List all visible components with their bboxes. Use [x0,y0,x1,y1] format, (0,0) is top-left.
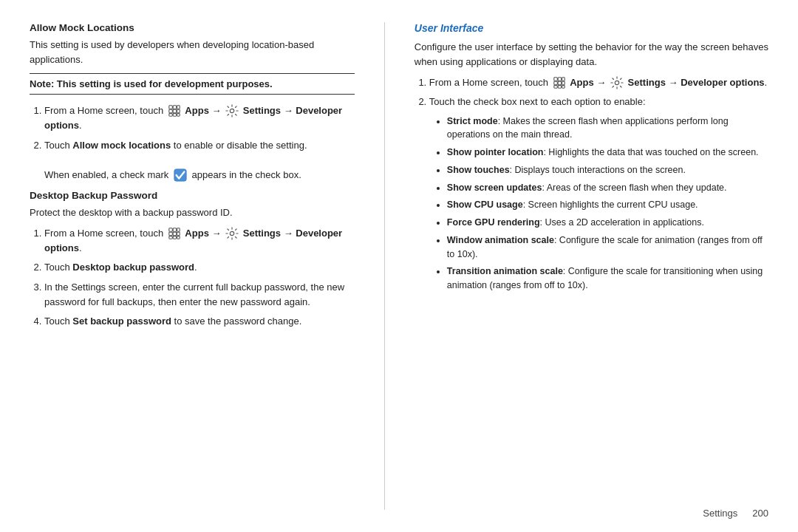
footer: Settings 200 [703,508,768,519]
svg-rect-28 [558,85,562,88]
svg-point-30 [615,81,618,84]
desktop-backup-description: Protect the desktop with a backup passwo… [30,205,355,220]
apps-icon [168,104,181,117]
bullet-show-touches: Show touches: Displays touch interaction… [447,163,768,177]
svg-rect-21 [553,78,557,81]
transition-animation-bold: Transition animation scale [447,266,563,276]
apps-icon-2 [168,227,181,240]
allow-mock-section: Allow Mock Locations This setting is use… [30,22,355,183]
show-screen-updates-bold: Show screen updates [447,183,542,193]
svg-point-9 [230,109,233,112]
allow-mock-steps: From a Home screen, touch Apps [44,103,355,183]
svg-rect-4 [173,109,177,113]
svg-rect-23 [562,78,565,81]
force-gpu-bold: Force GPU rendering [447,217,540,228]
page-container: Allow Mock Locations This setting is use… [0,0,798,532]
user-interface-section: User Interface Configure the user interf… [415,22,768,293]
bullet-strict-mode: Strict mode: Makes the screen flash when… [447,115,768,143]
set-backup-bold: Set backup password [72,316,171,327]
svg-point-20 [230,231,233,235]
desktop-backup-step-4: Touch Set backup password to save the pa… [44,314,355,329]
allow-mock-step-2: Touch Allow mock locations to enable or … [44,138,355,183]
svg-rect-0 [169,106,173,109]
apps-label-2: Apps [185,228,209,239]
svg-rect-17 [169,236,173,239]
ui-step-1: From a Home screen, touch Apps → [429,75,768,90]
developer-options-3: Developer options [681,77,764,88]
svg-rect-25 [558,81,562,85]
settings-label-1: Settings [243,105,281,116]
desktop-backup-step-3: In the Settings screen, enter the curren… [44,280,355,310]
svg-rect-13 [177,228,180,231]
show-pointer-bold: Show pointer location [447,147,544,157]
apps-label-1: Apps [185,105,209,116]
apps-label-3: Apps [570,77,594,88]
svg-rect-1 [173,106,177,109]
window-animation-bold: Window animation scale [447,235,554,245]
allow-mock-bold: Allow mock locations [72,140,171,151]
bullet-show-cpu-usage: Show CPU usage: Screen highlights the cu… [447,198,768,212]
svg-rect-18 [173,236,177,239]
apps-icon-3 [553,76,566,89]
desktop-backup-section: Desktop Backup Password Protect the desk… [30,190,355,329]
check-icon [174,168,187,182]
svg-rect-14 [169,232,173,236]
right-column: User Interface Configure the user interf… [385,22,768,510]
svg-rect-12 [173,228,177,231]
settings-label-3: Settings [628,77,666,88]
desktop-backup-password-bold: Desktop backup password [72,262,194,273]
bullet-show-screen-updates: Show screen updates: Areas of the screen… [447,181,768,195]
settings-icon-1 [225,104,239,117]
bullet-window-animation: Window animation scale: Configure the sc… [447,233,768,262]
bullet-force-gpu: Force GPU rendering: Uses a 2D accelerat… [447,216,768,230]
footer-settings-label: Settings [703,508,737,519]
strict-mode-bold: Strict mode [447,116,498,126]
bullet-show-pointer: Show pointer location: Highlights the da… [447,146,768,160]
footer-page-number: 200 [752,508,768,519]
svg-rect-8 [177,113,180,116]
svg-rect-3 [169,109,173,113]
svg-rect-16 [177,232,180,236]
settings-icon-2 [225,227,239,240]
svg-rect-15 [173,232,177,236]
settings-icon-3 [610,76,624,89]
show-cpu-usage-bold: Show CPU usage [447,200,523,210]
svg-rect-6 [169,113,173,116]
svg-rect-2 [177,106,180,109]
desktop-backup-steps: From a Home screen, touch Apps → [44,226,355,329]
svg-rect-7 [173,113,177,116]
svg-rect-26 [562,81,565,85]
svg-rect-22 [558,78,562,81]
svg-rect-5 [177,109,180,113]
svg-rect-19 [177,236,180,239]
note-label: Note: [30,78,54,89]
show-touches-bold: Show touches [447,165,510,175]
user-interface-description: Configure the user interface by setting … [415,40,768,69]
bullet-transition-animation: Transition animation scale: Configure th… [447,265,768,293]
desktop-backup-step-1: From a Home screen, touch Apps → [44,226,355,256]
svg-rect-11 [169,228,173,231]
note-text: This setting is used for development pur… [57,78,273,89]
svg-rect-29 [562,85,565,88]
left-column: Allow Mock Locations This setting is use… [30,22,385,510]
ui-steps: From a Home screen, touch Apps → [429,75,768,293]
svg-rect-27 [553,85,557,88]
desktop-backup-title: Desktop Backup Password [30,190,355,201]
note-box: Note: This setting is used for developme… [30,73,355,95]
allow-mock-step-1: From a Home screen, touch Apps [44,103,355,133]
ui-bullet-list: Strict mode: Makes the screen flash when… [447,115,768,293]
allow-mock-description: This setting is used by developers when … [30,38,355,67]
allow-mock-title: Allow Mock Locations [30,22,355,33]
desktop-backup-step-2: Touch Desktop backup password. [44,260,355,275]
user-interface-title: User Interface [415,22,768,34]
settings-label-2: Settings [243,228,281,239]
ui-step-2: Touch the check box next to each option … [429,95,768,292]
svg-rect-24 [553,81,557,85]
